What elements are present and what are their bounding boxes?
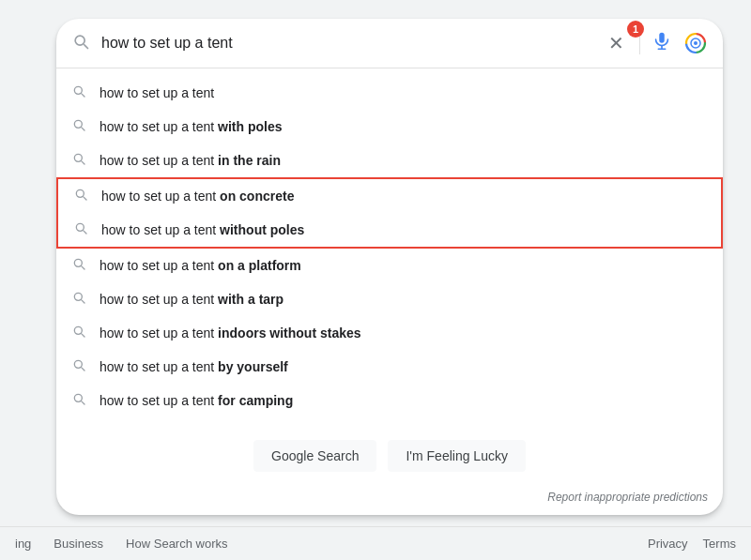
search-input[interactable] bbox=[101, 35, 597, 52]
notification-badge: 1 bbox=[627, 21, 644, 38]
footer-item-how-search[interactable]: How Search works bbox=[126, 537, 227, 551]
suggestion-item[interactable]: how to set up a tent without poles bbox=[58, 213, 721, 247]
footer-right: Privacy Terms bbox=[648, 537, 736, 551]
svg-point-5 bbox=[694, 41, 697, 45]
buttons-row: Google Search I'm Feeling Lucky bbox=[56, 425, 723, 491]
mic-icon[interactable] bbox=[651, 31, 672, 56]
suggestion-search-icon bbox=[71, 256, 86, 275]
suggestion-search-icon bbox=[73, 187, 88, 205]
suggestion-text: how to set up a tent in the rain bbox=[100, 153, 281, 168]
footer-item-terms[interactable]: Terms bbox=[703, 537, 736, 551]
suggestion-item[interactable]: how to set up a tent on concrete bbox=[58, 179, 721, 213]
google-search-button[interactable]: Google Search bbox=[253, 440, 376, 472]
footer-item-ing: ing bbox=[15, 537, 31, 551]
search-actions: ✕ bbox=[605, 28, 708, 58]
footer-item-business[interactable]: Business bbox=[54, 537, 103, 551]
footer-item-privacy[interactable]: Privacy bbox=[648, 537, 688, 551]
feeling-lucky-button[interactable]: I'm Feeling Lucky bbox=[388, 440, 526, 472]
suggestion-search-icon bbox=[71, 83, 86, 102]
suggestion-search-icon bbox=[71, 151, 86, 170]
search-box: 1 ✕ bbox=[56, 19, 723, 68]
report-link[interactable]: Report inappropriate predictions bbox=[56, 491, 723, 515]
svg-rect-0 bbox=[659, 32, 665, 42]
suggestion-search-icon bbox=[71, 391, 86, 410]
suggestion-search-icon bbox=[73, 220, 88, 239]
suggestion-item[interactable]: how to set up a tent in the rain bbox=[56, 144, 723, 177]
suggestion-text: how to set up a tent with a tarp bbox=[100, 292, 284, 307]
suggestion-item[interactable]: how to set up a tent indoors without sta… bbox=[56, 316, 723, 350]
suggestion-text: how to set up a tent bbox=[100, 85, 214, 100]
search-container: 1 ✕ bbox=[56, 19, 723, 515]
suggestion-text: how to set up a tent on a platform bbox=[100, 258, 301, 273]
suggestion-item[interactable]: how to set up a tent with poles bbox=[56, 110, 723, 144]
suggestion-text: how to set up a tent with poles bbox=[100, 119, 283, 134]
suggestion-search-icon bbox=[71, 117, 86, 136]
suggestion-item[interactable]: how to set up a tent by yourself bbox=[56, 350, 723, 384]
suggestion-text: how to set up a tent indoors without sta… bbox=[100, 325, 361, 341]
bottom-bar: ing Business How Search works Privacy Te… bbox=[0, 526, 751, 560]
search-icon-main bbox=[71, 32, 90, 55]
suggestion-search-icon bbox=[71, 324, 86, 342]
suggestion-text: how to set up a tent on concrete bbox=[101, 189, 294, 204]
suggestion-text: how to set up a tent by yourself bbox=[100, 359, 288, 374]
suggestion-search-icon bbox=[71, 290, 86, 309]
suggestions-list: how to set up a tent how to set up a ten… bbox=[56, 68, 723, 425]
lens-icon[interactable] bbox=[683, 31, 708, 55]
suggestion-text: how to set up a tent for camping bbox=[100, 393, 293, 408]
highlighted-group: how to set up a tent on concrete how to … bbox=[56, 177, 723, 249]
suggestion-item[interactable]: how to set up a tent with a tarp bbox=[56, 282, 723, 316]
suggestion-item[interactable]: how to set up a tent for camping bbox=[56, 384, 723, 417]
suggestion-item[interactable]: how to set up a tent on a platform bbox=[56, 249, 723, 282]
suggestion-search-icon bbox=[71, 357, 86, 376]
clear-button[interactable]: ✕ bbox=[605, 28, 628, 58]
suggestion-text: how to set up a tent without poles bbox=[101, 222, 304, 237]
suggestion-item[interactable]: how to set up a tent bbox=[56, 76, 723, 110]
